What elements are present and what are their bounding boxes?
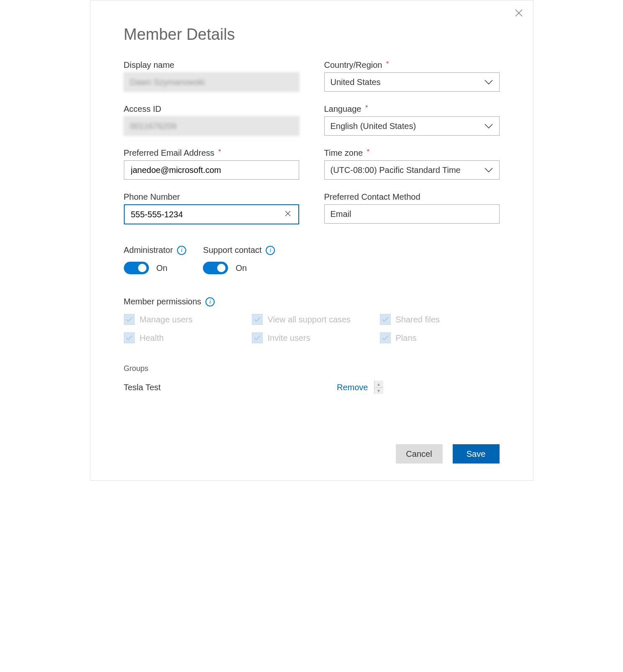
toggles-row: Administrator i On Support contact i On (124, 245, 500, 274)
stepper-down[interactable]: ▼ (374, 387, 383, 394)
display-name-value: Dawn Szymanowski (130, 77, 205, 87)
save-button[interactable]: Save (453, 444, 500, 463)
field-contact-method: Preferred Contact Method Email (324, 192, 500, 224)
permission-item: Invite users (252, 332, 372, 343)
permission-label: Plans (396, 333, 417, 343)
permission-checkbox (124, 332, 135, 343)
timezone-label: Time zone * (324, 148, 500, 158)
country-label: Country/Region * (324, 60, 500, 70)
permission-item: Shared files (380, 314, 500, 325)
required-marker: * (386, 60, 389, 67)
chevron-down-icon (484, 121, 493, 131)
support-contact-caption: Support contact i (203, 245, 275, 255)
support-contact-label: Support contact (203, 245, 262, 255)
field-display-name: Display name Dawn Szymanowski (124, 60, 299, 92)
country-label-text: Country/Region (324, 60, 382, 70)
timezone-label-text: Time zone (324, 148, 363, 157)
remove-group-link[interactable]: Remove (337, 383, 368, 392)
display-name-input: Dawn Szymanowski (124, 72, 299, 92)
field-phone: Phone Number (124, 192, 299, 224)
groups-label: Groups (124, 364, 500, 373)
check-icon (382, 335, 389, 341)
administrator-toggle[interactable] (124, 262, 149, 274)
permission-item: Plans (380, 332, 500, 343)
access-id-value: 0011676209 (130, 121, 177, 131)
member-details-dialog: Member Details Display name Dawn Szymano… (90, 0, 533, 481)
permission-label: Manage users (140, 315, 193, 324)
timezone-value: (UTC-08:00) Pacific Standard Time (331, 165, 461, 175)
country-select[interactable]: United States (324, 72, 500, 92)
field-timezone: Time zone * (UTC-08:00) Pacific Standard… (324, 148, 500, 180)
support-contact-toggle-block: Support contact i On (203, 245, 275, 274)
display-name-label: Display name (124, 60, 299, 70)
stepper-up[interactable]: ▲ (374, 381, 383, 387)
field-access-id: Access ID 0011676209 (124, 104, 299, 136)
contact-method-value: Email (331, 209, 351, 219)
support-contact-toggle[interactable] (203, 262, 228, 274)
administrator-toggle-block: Administrator i On (124, 245, 187, 274)
group-name: Tesla Test (124, 383, 161, 392)
phone-input[interactable] (130, 209, 283, 220)
contact-method-select[interactable]: Email (324, 204, 500, 224)
language-label: Language * (324, 104, 500, 114)
permission-label: Invite users (268, 333, 310, 343)
contact-method-label: Preferred Contact Method (324, 192, 500, 202)
info-icon[interactable]: i (177, 246, 186, 255)
dialog-footer: Cancel Save (124, 444, 500, 463)
field-email: Preferred Email Address * (124, 148, 299, 180)
permission-checkbox (252, 314, 263, 325)
permission-label: Shared files (396, 315, 440, 324)
info-icon[interactable]: i (266, 246, 275, 255)
permissions-section-label: Member permissions i (124, 297, 500, 306)
permission-item: View all support cases (252, 314, 372, 325)
timezone-select[interactable]: (UTC-08:00) Pacific Standard Time (324, 160, 500, 180)
check-icon (126, 317, 133, 322)
close-icon (514, 8, 524, 18)
permission-checkbox (380, 314, 391, 325)
info-icon[interactable]: i (205, 297, 215, 306)
phone-input-wrapper[interactable] (124, 204, 299, 224)
permission-label: View all support cases (268, 315, 351, 324)
permission-checkbox (380, 332, 391, 343)
clear-phone-button[interactable] (283, 210, 293, 219)
country-value: United States (331, 77, 381, 87)
permissions-grid: Manage usersView all support casesShared… (124, 314, 500, 343)
permission-label: Health (140, 333, 164, 343)
form-grid: Display name Dawn Szymanowski Country/Re… (124, 60, 500, 224)
administrator-label: Administrator (124, 245, 173, 255)
required-marker: * (367, 148, 369, 155)
permissions-label-text: Member permissions (124, 297, 202, 306)
permission-item: Health (124, 332, 244, 343)
chevron-down-icon (484, 165, 493, 175)
clear-icon (285, 210, 291, 217)
check-icon (254, 335, 261, 341)
permission-checkbox (252, 332, 263, 343)
check-icon (126, 335, 133, 341)
email-input[interactable] (130, 165, 293, 175)
cancel-button[interactable]: Cancel (396, 444, 443, 463)
required-marker: * (218, 148, 221, 155)
close-button[interactable] (514, 8, 524, 18)
language-select[interactable]: English (United States) (324, 116, 500, 136)
access-id-label: Access ID (124, 104, 299, 114)
required-marker: * (365, 104, 368, 111)
permission-item: Manage users (124, 314, 244, 325)
chevron-down-icon (484, 77, 493, 87)
stepper: ▲▼ (374, 381, 383, 394)
field-language: Language * English (United States) (324, 104, 500, 136)
access-id-input: 0011676209 (124, 116, 299, 136)
support-contact-state: On (236, 263, 247, 273)
page-title: Member Details (124, 26, 500, 44)
check-icon (382, 317, 389, 322)
check-icon (254, 317, 261, 322)
email-label-text: Preferred Email Address (124, 148, 215, 157)
email-label: Preferred Email Address * (124, 148, 299, 158)
phone-label: Phone Number (124, 192, 299, 202)
language-label-text: Language (324, 104, 361, 113)
permission-checkbox (124, 314, 135, 325)
group-row: Tesla TestRemove▲▼ (124, 381, 383, 394)
groups-list: Tesla TestRemove▲▼ (124, 381, 500, 394)
administrator-state: On (156, 263, 168, 273)
email-input-wrapper[interactable] (124, 160, 299, 180)
field-country: Country/Region * United States (324, 60, 500, 92)
